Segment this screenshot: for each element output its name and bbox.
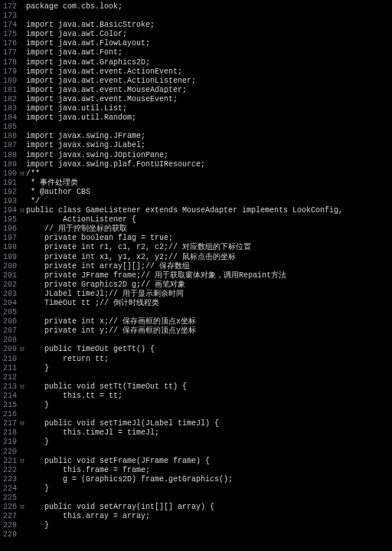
fold-marker[interactable] [18, 39, 26, 48]
fold-marker[interactable] [18, 336, 26, 345]
fold-marker[interactable]: ⊟ [18, 169, 26, 179]
code-line[interactable] [26, 336, 343, 345]
code-line[interactable]: } [26, 521, 343, 530]
code-line[interactable]: import java.awt.Font; [26, 48, 343, 57]
code-line[interactable]: import javax.swing.JOptionPane; [26, 151, 343, 160]
code-line[interactable] [26, 123, 343, 132]
fold-marker[interactable] [18, 113, 26, 123]
code-line[interactable]: this.frame = frame; [26, 466, 343, 475]
code-line[interactable]: public void setTimeJl(JLabel timeJl) { [26, 419, 343, 428]
fold-marker[interactable] [18, 58, 26, 67]
fold-marker[interactable] [18, 326, 26, 336]
code-line[interactable]: } [26, 484, 343, 494]
code-line[interactable]: private boolean flag = true; [26, 234, 343, 243]
code-line[interactable]: import java.util.List; [26, 104, 343, 113]
fold-marker[interactable] [18, 373, 26, 382]
fold-marker[interactable] [18, 141, 26, 150]
fold-marker[interactable]: ⊟ [18, 345, 26, 354]
fold-marker[interactable]: ⊟ [18, 382, 26, 392]
code-line[interactable]: import java.awt.event.ActionEvent; [26, 67, 343, 77]
code-line[interactable]: g = (Graphics2D) frame.getGraphics(); [26, 475, 343, 484]
code-line[interactable]: import javax.swing.JFrame; [26, 132, 343, 141]
code-line[interactable]: public void setTt(TimeOut tt) { [26, 382, 343, 392]
fold-marker[interactable] [18, 151, 26, 160]
code-line[interactable] [26, 494, 343, 503]
fold-marker[interactable] [18, 234, 26, 243]
code-line[interactable]: JLabel timeJl;// 用于显示剩余时间 [26, 290, 343, 299]
fold-marker[interactable] [18, 530, 26, 540]
fold-marker[interactable] [18, 95, 26, 104]
code-line[interactable]: * @author CBS [26, 188, 343, 197]
fold-marker[interactable] [18, 512, 26, 521]
code-line[interactable]: TimeOut tt ;// 倒计时线程类 [26, 299, 343, 308]
code-line[interactable]: import java.awt.FlowLayout; [26, 39, 343, 48]
code-line[interactable]: public void setArray(int[][] array) { [26, 503, 343, 512]
fold-marker[interactable]: ⊟ [18, 206, 26, 215]
fold-marker[interactable] [18, 197, 26, 206]
code-line[interactable]: import java.awt.event.MouseAdapter; [26, 86, 343, 95]
code-line[interactable] [26, 373, 343, 382]
code-line[interactable]: // 用于控制坐标的获取 [26, 225, 343, 234]
code-line[interactable] [26, 410, 343, 419]
fold-marker[interactable] [18, 401, 26, 410]
fold-marker[interactable] [18, 299, 26, 308]
fold-marker[interactable] [18, 67, 26, 77]
code-line[interactable]: import java.awt.BasicStroke; [26, 21, 343, 30]
fold-marker[interactable] [18, 243, 26, 252]
fold-marker[interactable] [18, 2, 26, 11]
fold-marker[interactable] [18, 104, 26, 113]
code-line[interactable]: private int y;// 保存画框的顶点y坐标 [26, 326, 343, 336]
fold-marker[interactable]: ⊟ [18, 457, 26, 466]
fold-marker[interactable] [18, 77, 26, 86]
code-line[interactable]: private int x1, y1, x2, y2;// 鼠标点击的坐标 [26, 253, 343, 262]
code-line[interactable]: } [26, 438, 343, 447]
code-line[interactable]: import java.awt.event.MouseEvent; [26, 95, 343, 104]
code-content[interactable]: package com.cbs.look;import java.awt.Bas… [26, 2, 343, 540]
fold-marker[interactable] [18, 466, 26, 475]
code-line[interactable] [26, 530, 343, 540]
fold-marker[interactable] [18, 215, 26, 225]
fold-marker[interactable] [18, 48, 26, 57]
code-line[interactable]: import javax.swing.plaf.FontUIResource; [26, 160, 343, 169]
fold-marker[interactable] [18, 475, 26, 484]
fold-marker[interactable] [18, 364, 26, 373]
code-line[interactable]: this.tt = tt; [26, 392, 343, 401]
code-line[interactable]: } [26, 401, 343, 410]
code-line[interactable]: private JFrame frame;// 用于获取窗体对象，调用Repai… [26, 271, 343, 280]
code-line[interactable]: import javax.swing.JLabel; [26, 141, 343, 150]
fold-marker[interactable] [18, 308, 26, 317]
fold-marker[interactable] [18, 290, 26, 299]
code-line[interactable]: public void setFrame(JFrame frame) { [26, 457, 343, 466]
code-line[interactable]: import java.util.Random; [26, 113, 343, 123]
fold-marker[interactable] [18, 188, 26, 197]
code-line[interactable]: */ [26, 197, 343, 206]
fold-marker[interactable] [18, 484, 26, 494]
code-line[interactable]: import java.awt.Color; [26, 30, 343, 39]
fold-marker[interactable]: ⊟ [18, 419, 26, 428]
fold-marker[interactable] [18, 253, 26, 262]
code-line[interactable]: } [26, 364, 343, 373]
code-line[interactable]: import java.awt.event.ActionListener; [26, 77, 343, 86]
code-line[interactable]: private Graphics2D g;// 画笔对象 [26, 280, 343, 290]
code-line[interactable]: import java.awt.Graphics2D; [26, 58, 343, 67]
code-line[interactable] [26, 308, 343, 317]
fold-marker[interactable] [18, 11, 26, 21]
fold-marker[interactable] [18, 521, 26, 530]
fold-marker[interactable] [18, 271, 26, 280]
code-line[interactable]: /** [26, 169, 343, 179]
fold-marker[interactable] [18, 132, 26, 141]
fold-marker[interactable] [18, 494, 26, 503]
code-line[interactable]: private int array[][];// 保存数组 [26, 262, 343, 271]
code-line[interactable]: * 事件处理类 [26, 179, 343, 188]
fold-marker[interactable] [18, 262, 26, 271]
code-line[interactable] [26, 11, 343, 21]
code-line[interactable]: private int r1, c1, r2, c2;// 对应数组的下标位置 [26, 243, 343, 252]
fold-marker[interactable] [18, 392, 26, 401]
code-line[interactable]: public class GameListener extends MouseA… [26, 206, 343, 215]
code-line[interactable]: public TimeOut getTt() { [26, 345, 343, 354]
fold-marker[interactable] [18, 410, 26, 419]
fold-marker[interactable] [18, 21, 26, 30]
code-line[interactable]: return tt; [26, 355, 343, 364]
code-line[interactable]: this.timeJl = timeJl; [26, 428, 343, 438]
fold-marker[interactable] [18, 30, 26, 39]
